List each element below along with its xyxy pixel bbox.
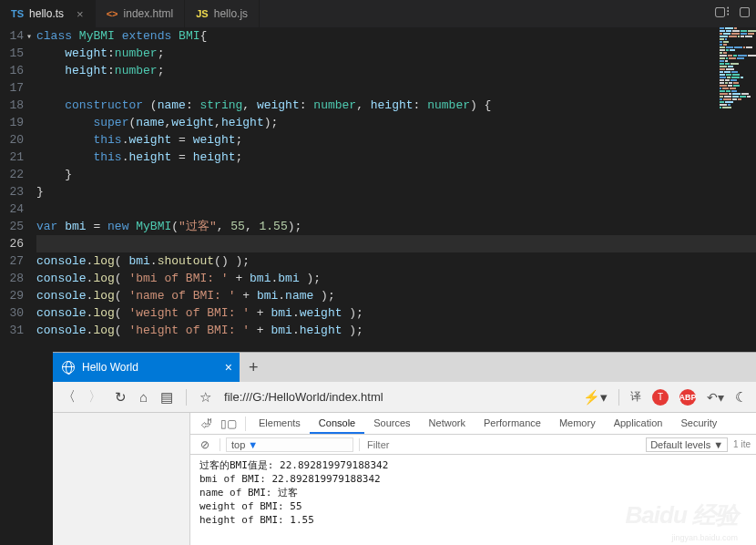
code-line[interactable]: console.log( 'height of BMI: ' + bmi.hei…	[36, 322, 756, 339]
file-type-icon: JS	[196, 8, 208, 19]
file-type-icon: <>	[107, 8, 118, 19]
code-editor[interactable]: 141516171819202122232425262728293031 cla…	[0, 27, 756, 339]
editor-actions: ▢⁝ ▢	[714, 4, 751, 18]
browser-tab-title: Hello World	[82, 361, 138, 374]
minimap[interactable]	[720, 27, 756, 109]
forward-button: 〉	[88, 388, 102, 406]
reading-view-icon[interactable]: ▤	[160, 389, 173, 406]
devtools-tab-security[interactable]: Security	[671, 414, 726, 434]
devtools-tab-sources[interactable]: Sources	[364, 414, 419, 434]
inspect-icon[interactable]: ⮰	[196, 417, 216, 430]
home-button[interactable]: ⌂	[139, 389, 148, 405]
browser-window: Hello World × + 〈 〉 ↻ ⌂ ▤ ☆ file:///G:/H…	[53, 352, 756, 545]
console-line: bmi of BMI: 22.892819979188342	[199, 472, 747, 486]
code-line[interactable]: constructor (name: string, weight: numbe…	[36, 97, 756, 114]
code-line[interactable]: console.log( 'bmi of BMI: ' + bmi.bmi );	[36, 270, 756, 287]
code-line[interactable]: }	[36, 183, 756, 201]
favorite-icon[interactable]: ☆	[199, 389, 211, 406]
context-select[interactable]: top ▼	[226, 437, 353, 452]
translate-button[interactable]: 译	[630, 389, 641, 405]
console-output[interactable]: 过客的BMI值是: 22.892819979188342bmi of BMI: …	[190, 455, 756, 530]
console-filter-input[interactable]	[365, 437, 502, 452]
editor-tab-bar: TShello.ts×<>index.htmlJShello.js	[0, 0, 756, 27]
devtools-tab-application[interactable]: Application	[605, 414, 672, 434]
browser-tab[interactable]: Hello World ×	[53, 353, 240, 382]
editor-tab-index-html[interactable]: <>index.html	[96, 0, 186, 27]
code-line[interactable]: console.log( bmi.shoutout() );	[36, 252, 756, 270]
code-line[interactable]: var bmi = new MyBMI("过客", 55, 1.55);	[36, 218, 756, 235]
refresh-button[interactable]: ↻	[115, 389, 127, 406]
console-line: weight of BMI: 55	[199, 499, 747, 513]
close-tab-icon[interactable]: ×	[77, 7, 84, 21]
new-tab-button[interactable]: +	[240, 358, 268, 377]
globe-icon	[62, 361, 75, 374]
code-line[interactable]	[36, 79, 756, 97]
console-line: 过客的BMI值是: 22.892819979188342	[199, 458, 747, 472]
devtools-tab-elements[interactable]: Elements	[250, 414, 310, 434]
editor-tab-hello-ts[interactable]: TShello.ts×	[0, 0, 96, 27]
devtools-tab-console[interactable]: Console	[310, 414, 364, 434]
close-tab-icon[interactable]: ×	[225, 360, 232, 375]
url-input[interactable]: file:///G:/HelloWorld/index.html	[224, 390, 570, 404]
devtools-tab-performance[interactable]: Performance	[475, 414, 550, 434]
code-line[interactable]	[36, 235, 756, 252]
devtools-panel: ⮰ ▯▢ ElementsConsoleSourcesNetworkPerfor…	[189, 413, 756, 545]
code-line[interactable]: this.weight = weight;	[36, 131, 756, 149]
code-line[interactable]: height:number;	[36, 62, 756, 79]
browser-tab-bar: Hello World × +	[53, 353, 756, 382]
log-levels-select[interactable]: Default levels ▼	[646, 437, 728, 452]
console-line: name of BMI: 过客	[199, 486, 747, 499]
code-line[interactable]: console.log( 'name of BMI: ' + bmi.name …	[36, 287, 756, 304]
devtools-tab-bar: ⮰ ▯▢ ElementsConsoleSourcesNetworkPerfor…	[190, 413, 756, 435]
code-area[interactable]: class MyBMI extends BMI{▾ weight:number;…	[36, 27, 756, 339]
gutter: 141516171819202122232425262728293031	[0, 27, 36, 339]
address-bar: 〈 〉 ↻ ⌂ ▤ ☆ file:///G:/HelloWorld/index.…	[53, 382, 756, 413]
back-button[interactable]: 〈	[62, 388, 76, 406]
adblock-icon[interactable]: ABP	[679, 389, 696, 406]
hidden-items-badge: 1 ite	[733, 439, 751, 449]
editor-tab-hello-js[interactable]: JShello.js	[185, 0, 260, 27]
devtools-tab-network[interactable]: Network	[420, 414, 475, 434]
code-line[interactable]: this.height = height;	[36, 149, 756, 166]
fold-icon[interactable]: ▾	[26, 28, 32, 46]
flash-icon[interactable]: ⚡▾	[583, 389, 608, 406]
console-toolbar: ⊘ top ▼ Default levels ▼ 1 ite	[190, 435, 756, 455]
code-line[interactable]: weight:number;	[36, 45, 756, 62]
clear-console-icon[interactable]: ⊘	[196, 438, 214, 451]
undo-icon[interactable]: ↶▾	[707, 390, 724, 405]
split-editor-icon[interactable]: ▢⁝	[714, 4, 730, 18]
file-type-icon: TS	[11, 8, 24, 19]
night-mode-icon[interactable]: ☾	[735, 389, 747, 406]
code-line[interactable]: }	[36, 166, 756, 183]
code-line[interactable]	[36, 201, 756, 218]
extension-t-icon[interactable]: T	[652, 389, 669, 406]
code-line[interactable]: super(name,weight,height);	[36, 114, 756, 131]
code-line[interactable]: class MyBMI extends BMI{▾	[36, 27, 756, 45]
more-actions-icon[interactable]: ▢	[739, 4, 751, 18]
code-line[interactable]: console.log( 'weight of BMI: ' + bmi.wei…	[36, 304, 756, 322]
device-toggle-icon[interactable]: ▯▢	[216, 417, 241, 430]
console-line: height of BMI: 1.55	[199, 513, 747, 527]
devtools-tab-memory[interactable]: Memory	[550, 414, 605, 434]
